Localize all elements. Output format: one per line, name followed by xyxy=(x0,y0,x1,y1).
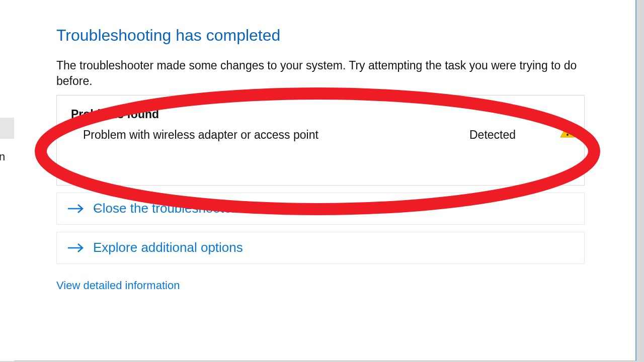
sidebar-fragment: n xyxy=(0,0,14,361)
explore-options-button[interactable]: Explore additional options xyxy=(56,232,585,264)
troubleshooter-window: n Troubleshooting has completed The trou… xyxy=(0,0,636,361)
view-detailed-link[interactable]: View detailed information xyxy=(56,279,180,292)
sidebar-selected-fragment xyxy=(0,118,14,139)
sidebar-text-fragment: n xyxy=(0,151,5,163)
svg-rect-1 xyxy=(567,128,568,133)
problems-heading: Problems found xyxy=(71,108,570,121)
page-title: Troubleshooting has completed xyxy=(56,26,588,45)
problems-found-box: Problems found Problem with wireless ada… xyxy=(56,95,585,186)
problem-description: Problem with wireless adapter or access … xyxy=(83,128,469,142)
problem-row[interactable]: Problem with wireless adapter or access … xyxy=(71,128,570,142)
close-troubleshooter-button[interactable]: Close the troubleshooter xyxy=(56,193,585,225)
close-troubleshooter-label: Close the troubleshooter xyxy=(93,201,235,216)
arrow-right-icon xyxy=(67,242,84,253)
dash-fragment: _ xyxy=(95,198,100,210)
arrow-right-icon xyxy=(67,203,84,214)
page-subtitle: The troubleshooter made some changes to … xyxy=(56,58,580,89)
problem-status: Detected xyxy=(469,128,570,142)
svg-point-2 xyxy=(567,134,569,136)
explore-options-label: Explore additional options xyxy=(93,240,243,255)
warning-icon xyxy=(560,124,575,138)
